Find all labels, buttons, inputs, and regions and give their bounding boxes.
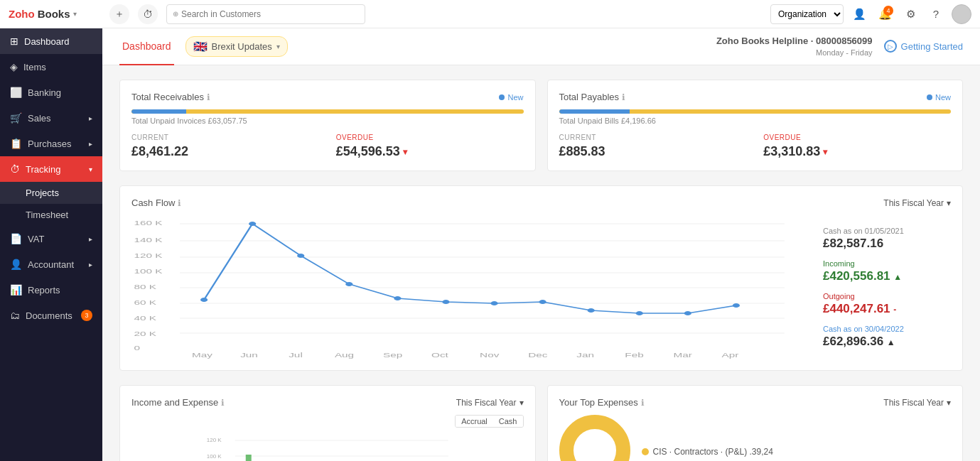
top-expenses-period[interactable]: This Fiscal Year ▾: [883, 398, 951, 408]
brexit-updates-badge[interactable]: 🇬🇧 Brexit Updates ▾: [185, 36, 288, 57]
top-expenses-info-icon[interactable]: ℹ: [641, 398, 645, 408]
search-bar[interactable]: ⊕: [166, 4, 365, 24]
accountant-expand-icon: ▸: [89, 261, 92, 269]
logo-dropdown-icon[interactable]: ▾: [73, 10, 77, 18]
income-expense-chart: 120 K 100 K: [131, 433, 524, 461]
getting-started-button[interactable]: ▷ Getting Started: [884, 40, 963, 53]
svg-text:2021: 2021: [431, 358, 456, 359]
cash-flow-chart: 160 K 140 K 120 K 100 K 80 K 60 K 40 K 2…: [131, 217, 809, 359]
sidebar-item-documents[interactable]: 🗂 Documents 3: [0, 303, 102, 328]
receivables-info-icon[interactable]: ℹ: [207, 92, 210, 102]
add-button[interactable]: ＋: [109, 4, 129, 24]
payables-amounts-row: CURRENT £885.83 OVERDUE £3,310.83 ▾: [559, 134, 952, 159]
search-input[interactable]: [181, 9, 359, 19]
sidebar-subitem-timesheet[interactable]: Timesheet: [0, 204, 102, 226]
svg-point-60: [581, 436, 609, 461]
income-expense-header: Income and Expense ℹ This Fiscal Year ▾: [131, 397, 524, 408]
getting-started-label: Getting Started: [901, 41, 963, 52]
sidebar-item-sales[interactable]: 🛒 Sales ▸: [0, 105, 102, 131]
top-expenses-title: Your Top Expenses ℹ: [559, 397, 645, 408]
helpline-number: Zoho Books Helpline · 08000856099: [716, 35, 873, 48]
svg-text:120 K: 120 K: [134, 252, 163, 259]
accrual-cash-group: Accrual Cash: [455, 415, 523, 428]
sidebar-item-accountant[interactable]: 👤 Accountant ▸: [0, 251, 102, 277]
incoming-block: Incoming £420,556.81 ▲: [823, 259, 951, 283]
accrual-button[interactable]: Accrual: [456, 416, 493, 427]
receivables-new-badge[interactable]: New: [499, 93, 523, 102]
history-button[interactable]: ⏱: [138, 4, 158, 24]
sidebar-item-purchases[interactable]: 📋 Purchases ▸: [0, 131, 102, 156]
svg-text:2022: 2022: [576, 358, 601, 359]
cash-end-block: Cash as on 30/04/2022 £62,896.36 ▲: [823, 325, 951, 349]
svg-point-21: [394, 296, 401, 300]
sidebar-item-time-tracking[interactable]: ⏱ Tracking ▾: [0, 156, 102, 182]
notifications-icon[interactable]: 🔔 4: [875, 4, 895, 24]
accountant-icon: 👤: [10, 259, 22, 270]
cash-stats: Cash as on 01/05/2021 £82,587.16 Incomin…: [823, 217, 951, 359]
logo-zoho: Zoho: [9, 8, 35, 20]
avatar[interactable]: [952, 4, 971, 24]
cash-flow-info-icon[interactable]: ℹ: [178, 198, 181, 208]
sales-expand-icon: ▸: [89, 114, 92, 122]
main-layout: ⊞ Dashboard ◈ Items ⬜ Banking 🛒 Sales ▸ …: [0, 28, 980, 461]
settings-icon[interactable]: ⚙: [900, 4, 920, 24]
cash-flow-header: Cash Flow ℹ This Fiscal Year ▾: [131, 197, 951, 208]
svg-text:160 K: 160 K: [134, 219, 163, 227]
cash-flow-title: Cash Flow ℹ: [131, 197, 181, 208]
receivables-current-label: CURRENT: [131, 134, 319, 141]
svg-text:140 K: 140 K: [134, 237, 163, 244]
income-expense-period[interactable]: This Fiscal Year ▾: [456, 398, 524, 408]
svg-text:2021: 2021: [240, 358, 264, 359]
incoming-arrow: ▲: [893, 272, 902, 282]
payables-current-block: CURRENT £885.83: [559, 134, 747, 159]
header-right: Organization 👤 🔔 4 ⚙ ?: [770, 4, 971, 24]
outgoing-block: Outgoing £440,247.61 -: [823, 292, 951, 316]
contacts-icon[interactable]: 👤: [849, 4, 869, 24]
svg-point-18: [249, 222, 256, 226]
svg-text:2021: 2021: [192, 358, 216, 359]
sidebar-item-items[interactable]: ◈ Items: [0, 54, 102, 80]
cards-row: Total Receivables ℹ New Total Unpaid Inv…: [119, 80, 963, 171]
documents-icon: 🗂: [10, 310, 20, 321]
svg-text:80 K: 80 K: [134, 283, 156, 291]
payables-card-header: Total Payables ℹ New: [559, 92, 952, 102]
top-expenses-card: Your Top Expenses ℹ This Fiscal Year ▾: [547, 385, 964, 461]
content-area: Dashboard 🇬🇧 Brexit Updates ▾ Zoho Books…: [102, 28, 980, 461]
page-header-bar: Dashboard 🇬🇧 Brexit Updates ▾ Zoho Books…: [102, 28, 980, 65]
cash-button[interactable]: Cash: [493, 416, 523, 427]
new-dot: [499, 94, 505, 100]
svg-rect-57: [246, 455, 252, 461]
cash-flow-period-selector[interactable]: This Fiscal Year ▾: [883, 198, 951, 208]
pie-chart-svg: [559, 415, 630, 461]
sidebar-item-dashboard[interactable]: ⊞ Dashboard: [0, 28, 102, 54]
total-payables-card: Total Payables ℹ New Total Unpaid Bills …: [547, 80, 964, 171]
sidebar-item-label: Accountant: [28, 259, 74, 270]
items-icon: ◈: [10, 61, 18, 72]
search-filter-icon[interactable]: ⊕: [173, 10, 178, 18]
cash-flow-svg: 160 K 140 K 120 K 100 K 80 K 60 K 40 K 2…: [131, 217, 809, 359]
sidebar-item-reports[interactable]: 📊 Reports: [0, 277, 102, 303]
sidebar-item-banking[interactable]: ⬜ Banking: [0, 80, 102, 105]
incoming-value: £420,556.81 ▲: [823, 269, 951, 283]
payables-overdue-arrow[interactable]: ▾: [823, 147, 827, 157]
sidebar: ⊞ Dashboard ◈ Items ⬜ Banking 🛒 Sales ▸ …: [0, 28, 102, 461]
cash-start-block: Cash as on 01/05/2021 £82,587.16: [823, 227, 951, 251]
receivables-progress-bar: [131, 109, 186, 114]
help-icon[interactable]: ?: [926, 4, 946, 24]
outgoing-label: Outgoing: [823, 292, 951, 300]
sidebar-item-vat[interactable]: 📄 VAT ▸: [0, 226, 102, 251]
income-expense-info-icon[interactable]: ℹ: [221, 398, 225, 408]
tab-dashboard[interactable]: Dashboard: [119, 28, 174, 65]
legend-item-cis: CIS · Contractors · (P&L) .39,24: [642, 447, 773, 457]
page-header-left: Dashboard 🇬🇧 Brexit Updates ▾: [119, 28, 288, 65]
payables-new-badge[interactable]: New: [927, 93, 951, 102]
organization-selector[interactable]: Organization: [770, 4, 844, 24]
outgoing-arrow: -: [893, 305, 896, 315]
receivables-overdue-arrow[interactable]: ▾: [403, 147, 407, 157]
sidebar-subitem-projects[interactable]: Projects: [0, 182, 102, 204]
sidebar-item-label: Reports: [28, 285, 60, 295]
svg-text:2021: 2021: [289, 358, 313, 359]
payables-current-value: £885.83: [559, 144, 747, 159]
brexit-flag-icon: 🇬🇧: [193, 40, 208, 53]
payables-info-icon[interactable]: ℹ: [622, 92, 625, 102]
